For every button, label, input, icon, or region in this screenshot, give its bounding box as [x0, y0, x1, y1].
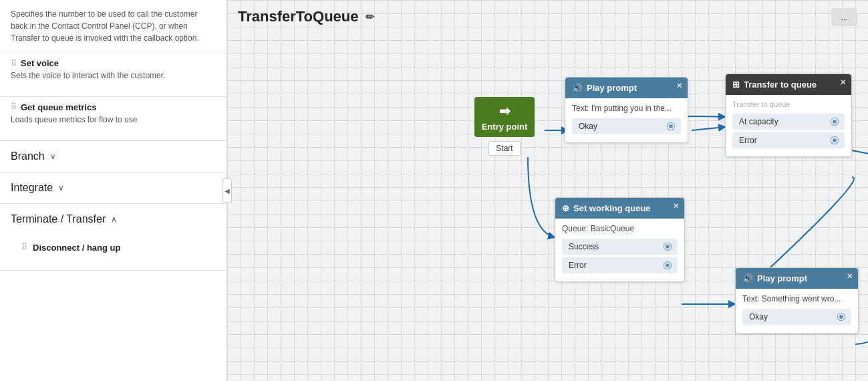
output-dot [668, 123, 674, 130]
speaker-icon: 🔊 [742, 273, 753, 283]
sidebar-section-terminate-transfer[interactable]: Terminate / Transfer ∧ ⠿ Disconnect / ha… [0, 204, 227, 271]
set-queue-success-output: Success [562, 239, 678, 255]
play-prompt-1-text: Text: I'm putting you in the... [572, 104, 681, 113]
page-title: TransferToQueue ✏ [238, 8, 374, 25]
entry-arrow-icon: ➡ [499, 103, 511, 119]
sidebar: Specifies the number to be used to call … [0, 0, 227, 381]
transfer-error-output: Error [732, 132, 845, 148]
play-prompt-1-title: Play prompt [587, 83, 637, 93]
branch-header[interactable]: Branch ∨ [0, 141, 227, 172]
play-prompt-3-title: Play prompt [757, 273, 807, 283]
sidebar-item-get-queue-metrics: ⠿ Get queue metrics Loads queue metrics … [11, 97, 216, 131]
collapse-sidebar-button[interactable]: ◀ [223, 178, 232, 203]
get-queue-metrics-label: Get queue metrics [21, 102, 96, 112]
set-working-queue-subtitle: Queue: BasicQueue [562, 224, 678, 233]
play-prompt-3-node[interactable]: 🔊 Play prompt ✕ Text: Something went wro… [735, 267, 859, 334]
transfer-to-queue-title: Transfer to queue [744, 80, 817, 90]
transfer-to-queue-node[interactable]: ⊞ Transfer to queue ✕ Transfer to queue … [725, 74, 852, 157]
transfer-icon: ⊞ [732, 80, 740, 90]
branch-label: Branch [11, 150, 45, 162]
output-dot [831, 118, 838, 125]
disconnect-hang-up-label: Disconnect / hang up [33, 243, 120, 253]
edit-icon[interactable]: ✏ [366, 11, 374, 23]
canvas: TransferToQueue ✏ ... ➡ E [227, 0, 868, 381]
sidebar-section-get-queue-metrics: ⠿ Get queue metrics Loads queue metrics … [0, 97, 227, 141]
play-prompt-1-output-okay: Okay [572, 118, 681, 134]
output-dot [831, 137, 838, 144]
terminate-transfer-label: Terminate / Transfer [11, 213, 106, 225]
output-dot [664, 243, 671, 250]
transfer-at-capacity-output: At capacity [732, 114, 845, 130]
drag-handle-icon: ⠿ [21, 243, 27, 252]
entry-point-node[interactable]: ➡ Entry point Start [474, 97, 535, 156]
transfer-to-queue-subtitle: Transfer to queue [732, 100, 845, 108]
speaker-icon: 🔊 [572, 83, 583, 93]
get-queue-metrics-desc: Loads queue metrics for flow to use [11, 115, 137, 124]
output-dot [664, 262, 671, 269]
topbar: TransferToQueue ✏ ... [227, 0, 868, 33]
drag-handle-icon: ⠿ [11, 59, 17, 68]
sidebar-section-branch[interactable]: Branch ∨ [0, 141, 227, 172]
close-icon[interactable]: ✕ [673, 202, 679, 211]
integrate-header[interactable]: Integrate ∨ [0, 172, 227, 203]
chevron-down-icon: ∨ [58, 183, 64, 193]
terminate-transfer-header[interactable]: Terminate / Transfer ∧ [0, 204, 227, 235]
set-working-queue-title: Set working queue [573, 203, 651, 213]
play-prompt-3-output-okay: Okay [742, 309, 851, 325]
page-title-text: TransferToQueue [238, 8, 359, 25]
sidebar-info-text: Specifies the number to be used to call … [11, 9, 199, 43]
chevron-down-icon: ∨ [50, 152, 56, 161]
output-dot [838, 313, 845, 320]
set-voice-label: Set voice [21, 58, 59, 68]
sidebar-section-integrate[interactable]: Integrate ∨ [0, 172, 227, 204]
set-queue-error-output: Error [562, 257, 678, 273]
sidebar-item-set-voice: ⠿ Set voice Sets the voice to interact w… [11, 53, 216, 87]
set-working-queue-node[interactable]: ⊕ Set working queue ✕ Queue: BasicQueue … [555, 197, 685, 282]
sidebar-info: Specifies the number to be used to call … [0, 0, 227, 53]
play-prompt-1-node[interactable]: 🔊 Play prompt ✕ Text: I'm putting you in… [565, 77, 688, 143]
close-icon[interactable]: ✕ [676, 82, 682, 90]
set-voice-desc: Sets the voice to interact with the cust… [11, 71, 165, 80]
chevron-up-icon: ∧ [111, 215, 117, 224]
top-right-button[interactable]: ... [831, 8, 857, 26]
set-queue-icon: ⊕ [562, 203, 569, 213]
play-prompt-3-text: Text: Something went wro... [742, 294, 851, 303]
entry-start-label: Start [488, 141, 520, 156]
integrate-label: Integrate [11, 182, 53, 194]
sidebar-section-set-voice: ⠿ Set voice Sets the voice to interact w… [0, 53, 227, 97]
close-icon[interactable]: ✕ [840, 78, 846, 87]
entry-point-label: Entry point [482, 122, 528, 132]
close-icon[interactable]: ✕ [847, 272, 853, 281]
drag-handle-icon: ⠿ [11, 102, 17, 112]
sidebar-item-disconnect-hang-up[interactable]: ⠿ Disconnect / hang up [11, 235, 216, 261]
